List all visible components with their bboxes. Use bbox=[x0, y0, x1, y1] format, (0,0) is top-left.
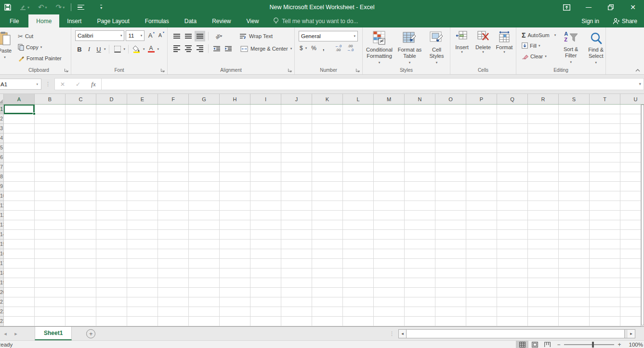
cell-Q6[interactable] bbox=[497, 153, 528, 162]
cell-D14[interactable] bbox=[96, 230, 127, 240]
cell-N19[interactable] bbox=[405, 278, 435, 288]
cell-K8[interactable] bbox=[312, 172, 343, 182]
cell-I2[interactable] bbox=[250, 114, 281, 124]
cell-J1[interactable] bbox=[281, 105, 312, 114]
page-break-preview-button[interactable] bbox=[541, 341, 553, 348]
cell-B13[interactable] bbox=[35, 220, 66, 230]
row-header-2[interactable]: 2 bbox=[0, 114, 4, 124]
cell-L4[interactable] bbox=[343, 134, 374, 143]
cell-Q1[interactable] bbox=[497, 105, 528, 114]
cell-H19[interactable] bbox=[220, 278, 250, 288]
cell-L22[interactable] bbox=[343, 307, 374, 317]
cell-S7[interactable] bbox=[559, 162, 590, 172]
cell-N16[interactable] bbox=[405, 249, 435, 259]
cell-H6[interactable] bbox=[220, 153, 250, 162]
cell-S15[interactable] bbox=[559, 240, 590, 249]
cell-B1[interactable] bbox=[35, 105, 66, 114]
tab-insert[interactable]: Insert bbox=[59, 14, 89, 27]
cell-T12[interactable] bbox=[590, 211, 620, 220]
cell-O7[interactable] bbox=[435, 162, 466, 172]
h-scroll-right-arrow[interactable]: ▸ bbox=[628, 330, 635, 338]
share-button[interactable]: Share bbox=[606, 14, 644, 27]
cell-C19[interactable] bbox=[66, 278, 96, 288]
number-dialog-launcher[interactable] bbox=[355, 68, 360, 73]
row-header-4[interactable]: 4 bbox=[0, 134, 4, 143]
cell-O11[interactable] bbox=[435, 201, 466, 211]
cell-I6[interactable] bbox=[250, 153, 281, 162]
cell-M15[interactable] bbox=[374, 240, 405, 249]
cell-Q5[interactable] bbox=[497, 143, 528, 153]
cell-J18[interactable] bbox=[281, 268, 312, 278]
cell-T18[interactable] bbox=[590, 268, 620, 278]
cell-H21[interactable] bbox=[220, 297, 250, 307]
cell-Q22[interactable] bbox=[497, 307, 528, 317]
cell-I3[interactable] bbox=[250, 124, 281, 134]
cell-R19[interactable] bbox=[528, 278, 559, 288]
tab-bar-grip[interactable]: ⋮ bbox=[389, 331, 398, 337]
cell-H11[interactable] bbox=[220, 201, 250, 211]
cell-A20[interactable] bbox=[4, 288, 35, 297]
row-header-16[interactable]: 16 bbox=[0, 249, 4, 259]
cell-D10[interactable] bbox=[96, 191, 127, 201]
cell-A10[interactable] bbox=[4, 191, 35, 201]
row-header-12[interactable]: 12 bbox=[0, 211, 4, 220]
formula-bar-grip[interactable]: ⋮ bbox=[41, 81, 54, 87]
cell-P12[interactable] bbox=[466, 211, 497, 220]
row-header-19[interactable]: 19 bbox=[0, 278, 4, 288]
cell-G19[interactable] bbox=[189, 278, 220, 288]
cell-A6[interactable] bbox=[4, 153, 35, 162]
cell-K6[interactable] bbox=[312, 153, 343, 162]
row-header-22[interactable]: 22 bbox=[0, 307, 4, 317]
qat-menu-button[interactable] bbox=[73, 0, 89, 14]
cell-P9[interactable] bbox=[466, 182, 497, 191]
cell-T15[interactable] bbox=[590, 240, 620, 249]
cut-button[interactable]: ✂ Cut bbox=[16, 31, 63, 41]
cell-O9[interactable] bbox=[435, 182, 466, 191]
cell-T3[interactable] bbox=[590, 124, 620, 134]
cell-Q14[interactable] bbox=[497, 230, 528, 240]
cell-B3[interactable] bbox=[35, 124, 66, 134]
cell-F14[interactable] bbox=[158, 230, 189, 240]
cell-J10[interactable] bbox=[281, 191, 312, 201]
cell-G11[interactable] bbox=[189, 201, 220, 211]
cell-L7[interactable] bbox=[343, 162, 374, 172]
middle-align-button[interactable] bbox=[183, 31, 194, 41]
cell-J8[interactable] bbox=[281, 172, 312, 182]
cell-J23[interactable] bbox=[281, 317, 312, 326]
cell-I16[interactable] bbox=[250, 249, 281, 259]
column-header-Q[interactable]: Q bbox=[497, 94, 528, 104]
cell-G2[interactable] bbox=[189, 114, 220, 124]
cell-J20[interactable] bbox=[281, 288, 312, 297]
cell-C18[interactable] bbox=[66, 268, 96, 278]
cell-N20[interactable] bbox=[405, 288, 435, 297]
cell-E4[interactable] bbox=[127, 134, 158, 143]
cell-E13[interactable] bbox=[127, 220, 158, 230]
borders-button[interactable] bbox=[112, 44, 123, 54]
column-header-G[interactable]: G bbox=[189, 94, 220, 104]
cell-N18[interactable] bbox=[405, 268, 435, 278]
cell-O16[interactable] bbox=[435, 249, 466, 259]
cell-O13[interactable] bbox=[435, 220, 466, 230]
bottom-align-button[interactable] bbox=[195, 31, 205, 41]
formula-input[interactable]: ▾ bbox=[102, 78, 644, 90]
row-header-6[interactable]: 6 bbox=[0, 153, 4, 162]
row-header-9[interactable]: 9 bbox=[0, 182, 4, 191]
page-layout-view-button[interactable] bbox=[528, 341, 541, 348]
font-name-combo[interactable]: Calibri ▾ bbox=[75, 30, 124, 41]
cell-G22[interactable] bbox=[189, 307, 220, 317]
cell-E6[interactable] bbox=[127, 153, 158, 162]
decrease-indent-button[interactable] bbox=[211, 43, 222, 54]
cell-H22[interactable] bbox=[220, 307, 250, 317]
cell-S20[interactable] bbox=[559, 288, 590, 297]
cell-K12[interactable] bbox=[312, 211, 343, 220]
undo-button[interactable]: ↶ ▾ bbox=[34, 0, 52, 14]
cell-A1[interactable] bbox=[4, 105, 35, 114]
cell-G7[interactable] bbox=[189, 162, 220, 172]
row-header-11[interactable]: 11 bbox=[0, 201, 4, 211]
cell-L13[interactable] bbox=[343, 220, 374, 230]
cell-A17[interactable] bbox=[4, 259, 35, 268]
cell-B16[interactable] bbox=[35, 249, 66, 259]
cell-F12[interactable] bbox=[158, 211, 189, 220]
font-dialog-launcher[interactable] bbox=[160, 68, 165, 73]
cell-G12[interactable] bbox=[189, 211, 220, 220]
